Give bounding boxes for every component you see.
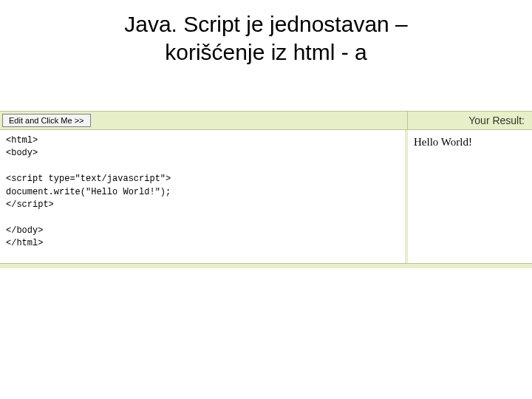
code-line: <html> (6, 135, 38, 146)
result-pane: Hello World! (408, 130, 532, 263)
result-label: Your Result: (408, 112, 532, 129)
code-line: </body> (6, 225, 43, 236)
code-editor[interactable]: <html> <body> <script type="text/javascr… (0, 130, 408, 263)
title-line-1: Java. Script je jednostavan – (124, 12, 408, 36)
editor-container: Edit and Click Me >> Your Result: <html>… (0, 111, 532, 268)
toolbar: Edit and Click Me >> Your Result: (0, 111, 532, 130)
code-line: <script type="text/javascript"> (6, 174, 171, 184)
toolbar-left: Edit and Click Me >> (0, 112, 408, 129)
title-line-2: korišćenje iz html - a (165, 40, 366, 64)
code-line: document.write("Hello World!"); (6, 187, 171, 197)
panes: <html> <body> <script type="text/javascr… (0, 130, 532, 263)
run-button[interactable]: Edit and Click Me >> (2, 114, 91, 127)
slide-title: Java. Script je jednostavan – korišćenje… (0, 0, 532, 66)
bottom-strip (0, 263, 532, 268)
code-line: <body> (6, 148, 38, 158)
code-line: </script> (6, 200, 54, 210)
code-line: </html> (6, 238, 43, 248)
result-output: Hello World! (414, 136, 472, 148)
